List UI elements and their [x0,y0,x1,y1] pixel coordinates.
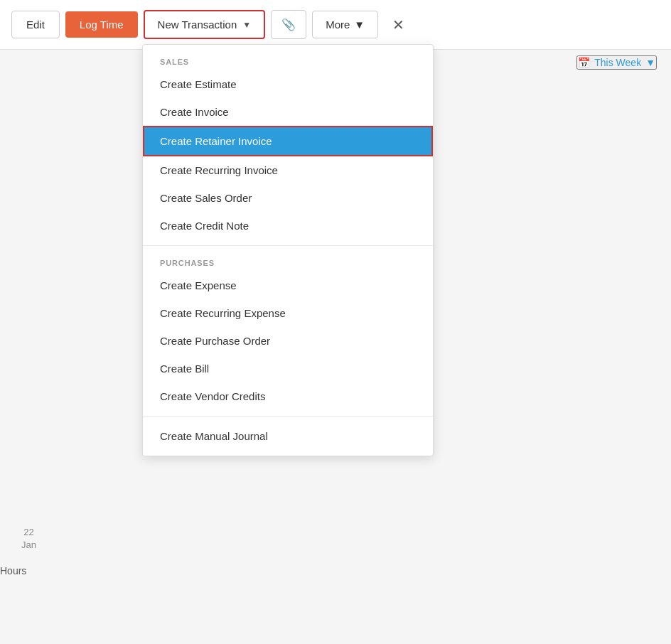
attachment-button[interactable]: 📎 [271,10,306,39]
close-icon: ✕ [392,17,404,33]
close-button[interactable]: ✕ [384,11,413,39]
log-time-button[interactable]: Log Time [65,11,138,38]
new-transaction-button[interactable]: New Transaction ▼ [144,10,266,39]
section-label-0: SALES [143,50,433,70]
new-transaction-dropdown: SALESCreate EstimateCreate InvoiceCreate… [142,44,434,456]
more-button[interactable]: More ▼ [312,11,378,38]
chevron-down-icon: ▼ [242,20,251,30]
toolbar: Edit Log Time New Transaction ▼ 📎 More ▼… [0,0,671,50]
dropdown-section-0: SALESCreate EstimateCreate InvoiceCreate… [143,45,433,246]
dropdown-item-1-3[interactable]: Create Bill [143,355,433,382]
date-info: 22 Jan [21,526,36,552]
section-label-1: PURCHASES [143,252,433,272]
this-week-button[interactable]: 📅 This Week ▼ [576,55,657,70]
dropdown-item-0-1[interactable]: Create Invoice [143,98,433,126]
dropdown-item-1-0[interactable]: Create Expense [143,272,433,299]
day-number: 22 [21,526,36,539]
dropdown-item-0-4[interactable]: Create Sales Order [143,184,433,212]
month-name: Jan [21,539,36,552]
calendar-icon: 📅 [578,57,590,68]
dropdown-item-0-2[interactable]: Create Retainer Invoice [143,126,433,156]
hours-label: Hours [0,565,26,576]
dropdown-item-1-2[interactable]: Create Purchase Order [143,327,433,355]
edit-button[interactable]: Edit [11,11,60,38]
paperclip-icon: 📎 [281,18,296,31]
chevron-down-this-week: ▼ [645,57,655,68]
dropdown-item-0-3[interactable]: Create Recurring Invoice [143,156,433,184]
new-transaction-label: New Transaction [158,18,237,31]
more-label: More [326,18,350,31]
dropdown-section-2: Create Manual Journal [143,417,433,456]
dropdown-section-1: PURCHASESCreate ExpenseCreate Recurring … [143,246,433,417]
dropdown-item-0-0[interactable]: Create Estimate [143,70,433,98]
dropdown-item-1-1[interactable]: Create Recurring Expense [143,299,433,327]
dropdown-item-0-5[interactable]: Create Credit Note [143,212,433,240]
dropdown-item-2-0[interactable]: Create Manual Journal [143,422,433,450]
this-week-label: This Week [594,57,641,68]
dropdown-item-1-4[interactable]: Create Vendor Credits [143,382,433,410]
chevron-down-icon-more: ▼ [354,18,365,31]
